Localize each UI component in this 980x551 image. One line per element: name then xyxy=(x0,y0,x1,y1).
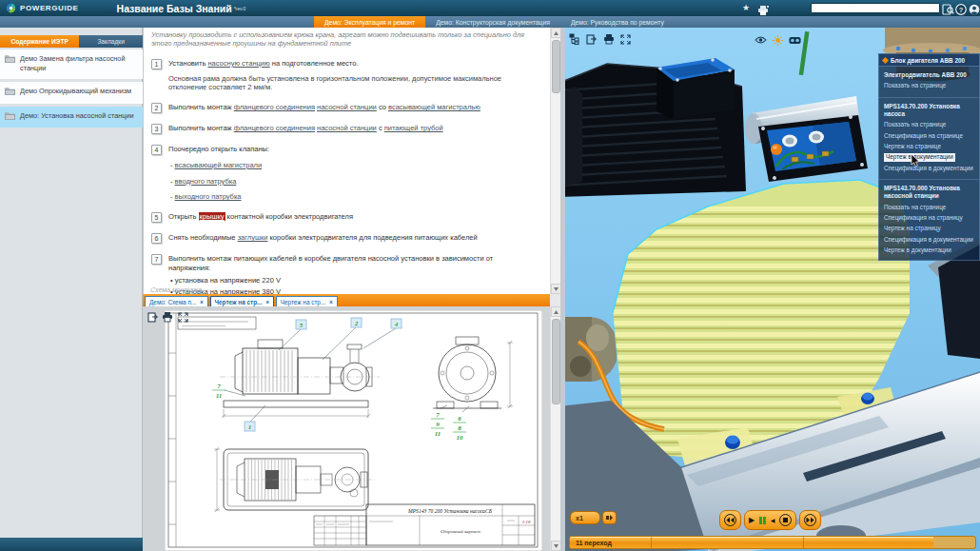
context-menu-item[interactable]: Спецификация на страницу xyxy=(884,214,974,222)
sidebar-footer-bar xyxy=(0,538,143,551)
tab-close-icon[interactable]: x xyxy=(265,299,268,305)
step-body: Снять необходимые заглушки коробки элект… xyxy=(168,233,478,244)
drawing-scrollbar[interactable] xyxy=(550,306,560,551)
tab-close-icon[interactable]: x xyxy=(329,299,332,305)
brightness-sun-icon[interactable] xyxy=(772,34,784,46)
print-icon[interactable] xyxy=(602,33,615,45)
step-text-part: Выполнить монтаж питающих кабелей в коро… xyxy=(168,254,493,272)
callout-11[interactable]: 11 xyxy=(216,392,223,400)
context-menu-item[interactable]: Спецификация в документации xyxy=(884,165,974,172)
context-menu-item[interactable]: Спецификация в документации xyxy=(884,236,974,244)
sidebar-item-1[interactable]: Демо Опрокидывающий механизм xyxy=(0,82,143,104)
search-input[interactable] xyxy=(811,3,940,13)
main-tab-1[interactable]: Демо: Конструкторская документация xyxy=(425,16,560,28)
callout-f7[interactable]: 7 xyxy=(436,411,440,419)
step-number: 5 xyxy=(151,212,162,223)
step-dash-item: - выходного патрубка xyxy=(170,192,269,202)
document-tab-label: Чертеж на стр... xyxy=(281,299,325,305)
context-menu-item[interactable]: Спецификация на странице xyxy=(884,132,974,140)
callout-4[interactable]: 4 xyxy=(394,321,399,328)
context-menu-item[interactable]: Показать на странице xyxy=(884,204,974,211)
fullscreen-icon[interactable] xyxy=(177,311,188,323)
forward-button[interactable] xyxy=(799,510,821,530)
context-menu-item[interactable]: Показать на странице xyxy=(884,121,974,128)
step-link[interactable]: фланцевого соединения xyxy=(234,124,315,132)
step-body: Выполнить монтаж фланцевого соединения н… xyxy=(168,124,443,134)
instruction-partial-line: Схема монтажа xyxy=(150,286,360,293)
step-link[interactable]: вводного патрубка xyxy=(175,177,237,186)
sidebar-item-0[interactable]: Демо Замена фильтра насосной станции xyxy=(0,49,143,79)
main-tab-0[interactable]: Демо: Эксплуатация и ремонт xyxy=(314,16,425,28)
step-link[interactable]: насосной станции xyxy=(317,124,377,132)
vr-goggles-icon[interactable] xyxy=(789,34,801,46)
step-text-part: Выполнить монтаж xyxy=(168,103,234,111)
callout-f9[interactable]: 9 xyxy=(436,421,440,428)
step-link[interactable]: питающей трубой xyxy=(384,124,443,132)
timeline-progress xyxy=(570,537,933,548)
visibility-eye-icon[interactable] xyxy=(755,34,767,46)
transition-timeline-bar[interactable]: 11 переход xyxy=(569,536,976,549)
callout-f6[interactable]: 6 xyxy=(458,415,461,423)
title-block-title: MPS143 70 200 Установка насосаСБ xyxy=(407,508,493,514)
context-menu-section-title: Электродвигатель ABB 200 xyxy=(884,71,974,79)
callout-f11[interactable]: 11 xyxy=(435,430,441,438)
step-link[interactable]: всасывающей магистрали xyxy=(175,161,263,169)
document-tab-0[interactable]: Демо: Схема п...x xyxy=(145,296,208,306)
favorite-star-icon[interactable]: ★ xyxy=(742,3,750,12)
step-link[interactable]: выходного патрубка xyxy=(175,192,242,201)
callout-7[interactable]: 7 xyxy=(217,383,221,390)
print-icon[interactable] xyxy=(162,311,173,323)
scrollbar-thumb[interactable] xyxy=(552,319,560,404)
drawing-canvas[interactable]: 5 2 4 1 7 11 7 9 11 6 8 10 xyxy=(165,310,542,551)
mouse-cursor-icon xyxy=(911,154,920,171)
context-menu-item[interactable]: Чертеж на страницу xyxy=(884,225,974,232)
step-text-part: Выполнить монтаж xyxy=(168,124,234,132)
context-menu-section-0: Электродвигатель ABB 200Показать на стра… xyxy=(879,67,979,98)
status-text: 11 переход xyxy=(576,540,612,546)
step-text: Открыть крышку контактной коробки электр… xyxy=(168,212,353,222)
document-tab-label: Демо: Схема п... xyxy=(149,299,196,305)
step-link[interactable]: заглушки xyxy=(238,233,268,242)
pause-icon[interactable] xyxy=(759,517,766,524)
callout-5[interactable]: 5 xyxy=(300,322,304,329)
play-icon[interactable]: ▶ xyxy=(749,517,755,524)
sidebar-item-label: Демо Опрокидывающий механизм xyxy=(20,87,131,98)
context-menu-item[interactable]: Показать на странице xyxy=(884,82,974,89)
sidebar-tabs: Содержание ИЭТР Закладки xyxy=(0,35,143,48)
export-document-icon[interactable] xyxy=(147,311,158,323)
document-tab-2[interactable]: Чертеж на стр...x xyxy=(276,296,338,306)
instruction-step: 4Поочередно открыть клапаны:- всасывающе… xyxy=(151,145,535,202)
speed-dropdown-icon[interactable] xyxy=(602,511,617,524)
rewind-button[interactable] xyxy=(719,510,741,530)
callout-f8[interactable]: 8 xyxy=(458,424,461,432)
callout-1[interactable]: 1 xyxy=(248,423,252,431)
sidebar-tab-bookmarks[interactable]: Закладки xyxy=(79,35,143,48)
step-back-icon[interactable]: ◀ xyxy=(771,518,775,523)
step-link[interactable]: насосную станцию xyxy=(207,59,269,68)
sidebar-item-2[interactable]: Демо: Установка насосной станции xyxy=(0,107,143,128)
step-link[interactable]: всасывающей магистралью xyxy=(388,103,480,111)
instructions-scrollbar[interactable] xyxy=(550,28,560,294)
model-tree-icon[interactable] xyxy=(568,33,580,45)
stop-icon[interactable] xyxy=(779,514,792,526)
document-tab-1[interactable]: Чертеж на стр...x xyxy=(210,296,274,306)
context-menu-item[interactable]: Чертеж на странице xyxy=(884,143,974,150)
context-menu-item[interactable]: Чертеж в документации xyxy=(884,246,974,254)
step-text: Выполнить монтаж фланцевого соединения н… xyxy=(168,103,480,112)
step-link[interactable]: насосной станции xyxy=(317,103,377,111)
sidebar-tab-contents[interactable]: Содержание ИЭТР xyxy=(0,35,79,48)
callout-f10[interactable]: 10 xyxy=(457,434,464,442)
scrollbar-thumb[interactable] xyxy=(552,40,560,93)
step-link[interactable]: фланцевого соединения xyxy=(234,103,315,111)
speed-value[interactable]: x1 xyxy=(570,511,600,524)
callout-2[interactable]: 2 xyxy=(354,320,359,327)
export-document-icon[interactable] xyxy=(585,33,598,45)
step-text-part: на подготовленное место. xyxy=(270,59,359,68)
tab-close-icon[interactable]: x xyxy=(200,299,203,305)
instruction-step: 2Выполнить монтаж фланцевого соединения … xyxy=(151,103,535,113)
main-tab-2[interactable]: Демо: Руководства по ремонту xyxy=(560,16,675,28)
fullscreen-icon[interactable] xyxy=(619,33,632,45)
step-text: Выполнить монтаж фланцевого соединения н… xyxy=(168,124,443,133)
playback-controls: ▶ ◀ xyxy=(719,510,821,530)
step-text: Поочередно открыть клапаны: xyxy=(168,145,269,154)
